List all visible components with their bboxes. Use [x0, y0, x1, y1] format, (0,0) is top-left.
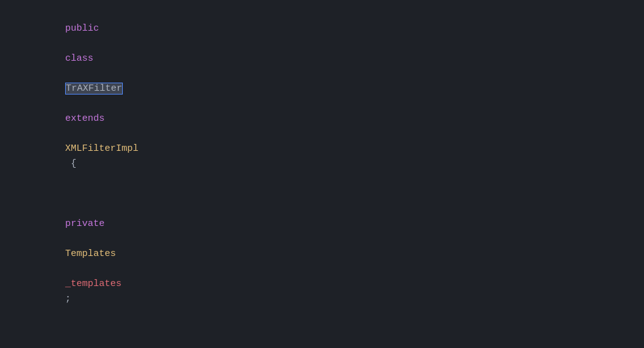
- keyword-extends: extends: [65, 113, 105, 124]
- keyword-public: public: [65, 23, 99, 34]
- code-line-2: private Templates _templates ;: [0, 187, 644, 322]
- line-content-1: public class TrAXFilter extends XMLFilte…: [19, 6, 644, 187]
- line-content-3: private TransformerImpl _transformer ;: [19, 322, 644, 348]
- keyword-class: class: [65, 53, 93, 64]
- classname-traxfilter: TrAXFilter: [65, 83, 123, 95]
- line-content-2: private Templates _templates ;: [19, 187, 644, 322]
- var-templates: _templates: [65, 279, 122, 289]
- type-templates: Templates: [65, 248, 116, 259]
- keyword-private-1: private: [65, 218, 105, 229]
- code-editor: public class TrAXFilter extends XMLFilte…: [0, 0, 644, 348]
- type-xmlfilterimpl: XMLFilterImpl: [65, 143, 138, 154]
- code-line-1: public class TrAXFilter extends XMLFilte…: [0, 6, 644, 187]
- code-line-3: private TransformerImpl _transformer ;: [0, 322, 644, 348]
